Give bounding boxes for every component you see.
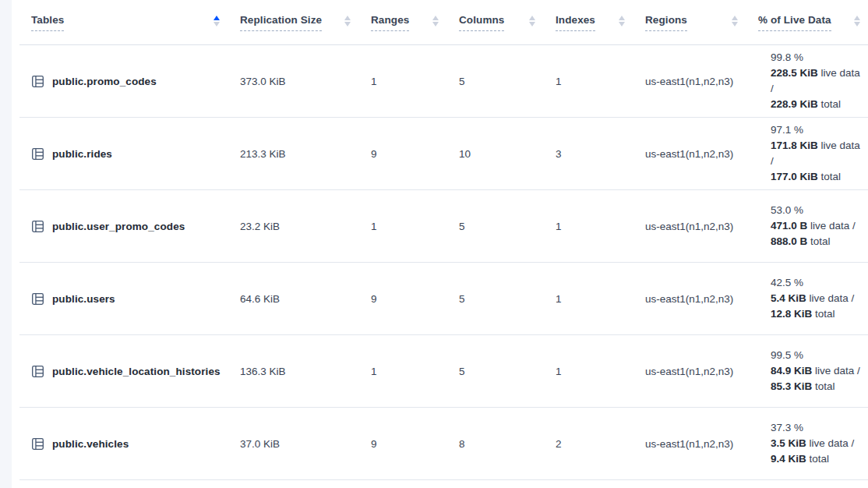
column-header-ranges[interactable]: Ranges [371, 0, 459, 44]
replication-size-cell: 213.3 KiB [240, 148, 371, 160]
sort-icon[interactable] [344, 16, 351, 27]
live-data-cell: 99.8 % 228.5 KiB live data / 228.9 KiB t… [758, 50, 868, 112]
table-row[interactable]: public.users 64.6 KiB 9 5 1 us-east1(n1,… [19, 263, 868, 335]
tables-list-table: Tables Replication Size Ranges Columns I… [12, 0, 868, 480]
table-name-cell: public.promo_codes [19, 75, 240, 88]
replication-size-cell: 373.0 KiB [240, 76, 371, 87]
indexes-cell: 1 [556, 293, 645, 305]
live-data-percent: 99.8 % [771, 50, 863, 65]
live-data-percent: 37.3 % [771, 420, 863, 436]
table-header-row: Tables Replication Size Ranges Columns I… [19, 0, 868, 45]
indexes-cell: 1 [556, 366, 645, 377]
sort-ascending-icon [529, 16, 535, 20]
table-name-cell: public.vehicles [19, 437, 240, 451]
table-row[interactable]: public.user_promo_codes 23.2 KiB 1 5 1 u… [19, 190, 868, 263]
table-icon [31, 292, 44, 306]
regions-cell: us-east1(n1,n2,n3) [645, 221, 758, 232]
columns-cell: 8 [459, 438, 556, 450]
sort-icon[interactable] [432, 16, 439, 27]
table-row[interactable]: public.promo_codes 373.0 KiB 1 5 1 us-ea… [19, 45, 868, 118]
sort-icon[interactable] [854, 16, 860, 27]
table-row[interactable]: public.rides 213.3 KiB 9 10 3 us-east1(n… [19, 118, 868, 190]
live-data-cell: 42.5 % 5.4 KiB live data / 12.8 KiB tota… [758, 275, 868, 322]
indexes-cell: 1 [556, 221, 645, 232]
live-data-percent: 97.1 % [771, 122, 863, 138]
columns-cell: 5 [459, 366, 556, 377]
live-data-percent: 99.5 % [771, 348, 863, 363]
column-header-columns[interactable]: Columns [459, 0, 556, 44]
sort-descending-icon [344, 22, 351, 27]
column-header-indexes[interactable]: Indexes [556, 0, 645, 44]
total-data-amount: 228.9 KiB total [771, 97, 863, 112]
column-header-label[interactable]: % of Live Data [758, 14, 831, 31]
sort-descending-icon [732, 22, 738, 27]
column-header-tables[interactable]: Tables [19, 0, 240, 44]
column-header-label[interactable]: Columns [459, 14, 504, 31]
indexes-cell: 1 [556, 76, 645, 87]
ranges-cell: 1 [371, 221, 459, 232]
column-header-regions[interactable]: Regions [645, 0, 758, 44]
sort-icon[interactable] [529, 16, 535, 27]
column-header-replication-size[interactable]: Replication Size [240, 0, 371, 44]
sort-ascending-icon [854, 16, 860, 20]
column-header-label[interactable]: Indexes [556, 14, 595, 31]
table-name-link[interactable]: public.user_promo_codes [52, 221, 185, 232]
sort-icon[interactable] [619, 16, 625, 27]
table-row[interactable]: public.vehicle_location_histories 136.3 … [19, 335, 868, 408]
column-header-label[interactable]: Ranges [371, 14, 409, 31]
live-data-cell: 53.0 % 471.0 B live data / 888.0 B total [758, 203, 868, 249]
live-data-amount: 3.5 KiB live data / [771, 436, 863, 451]
live-data-amount: 5.4 KiB live data / [771, 291, 863, 306]
table-body: public.promo_codes 373.0 KiB 1 5 1 us-ea… [12, 45, 868, 480]
sort-descending-icon [213, 22, 220, 27]
columns-cell: 5 [459, 76, 556, 87]
database-tables-page: Tables Replication Size Ranges Columns I… [0, 0, 868, 488]
columns-cell: 5 [459, 221, 556, 232]
table-icon [31, 220, 44, 233]
column-header-label[interactable]: Regions [645, 14, 687, 31]
ranges-cell: 9 [371, 438, 459, 450]
indexes-cell: 2 [556, 438, 645, 450]
sort-descending-icon [432, 22, 439, 27]
table-name-link[interactable]: public.rides [52, 148, 112, 160]
table-name-cell: public.user_promo_codes [19, 220, 240, 233]
live-data-cell: 99.5 % 84.9 KiB live data / 85.3 KiB tot… [758, 348, 868, 394]
columns-cell: 10 [459, 148, 556, 160]
table-icon [31, 437, 44, 451]
table-name-link[interactable]: public.users [52, 293, 115, 305]
table-name-cell: public.vehicle_location_histories [19, 365, 240, 378]
regions-cell: us-east1(n1,n2,n3) [645, 293, 758, 305]
table-name-cell: public.users [19, 292, 240, 306]
sort-icon[interactable] [213, 16, 220, 27]
total-data-amount: 9.4 KiB total [771, 451, 863, 467]
live-data-amount: 171.8 KiB live data / [771, 138, 863, 169]
sort-ascending-icon [432, 16, 439, 20]
table-icon [31, 147, 44, 161]
sort-ascending-icon [619, 16, 625, 20]
ranges-cell: 9 [371, 293, 459, 305]
column-header-live-data[interactable]: % of Live Data [758, 0, 868, 44]
table-name-link[interactable]: public.vehicles [52, 438, 129, 450]
column-header-label[interactable]: Replication Size [240, 14, 322, 31]
live-data-percent: 42.5 % [771, 275, 863, 291]
live-data-amount: 228.5 KiB live data / [771, 65, 863, 97]
table-name-link[interactable]: public.vehicle_location_histories [52, 366, 221, 377]
sort-icon[interactable] [732, 16, 738, 27]
table-name-link[interactable]: public.promo_codes [52, 76, 157, 87]
page-background-strip [0, 0, 12, 488]
regions-cell: us-east1(n1,n2,n3) [645, 148, 758, 160]
live-data-amount: 471.0 B live data / [771, 218, 863, 234]
replication-size-cell: 37.0 KiB [240, 438, 371, 450]
total-data-amount: 85.3 KiB total [771, 379, 863, 394]
sort-descending-icon [854, 22, 860, 27]
column-header-label[interactable]: Tables [31, 14, 64, 31]
sort-ascending-icon [213, 16, 220, 20]
replication-size-cell: 136.3 KiB [240, 366, 371, 377]
regions-cell: us-east1(n1,n2,n3) [645, 366, 758, 377]
table-row[interactable]: public.vehicles 37.0 KiB 9 8 2 us-east1(… [19, 408, 868, 480]
sort-descending-icon [619, 22, 625, 27]
ranges-cell: 9 [371, 148, 459, 160]
columns-cell: 5 [459, 293, 556, 305]
table-name-cell: public.rides [19, 147, 240, 161]
ranges-cell: 1 [371, 366, 459, 377]
